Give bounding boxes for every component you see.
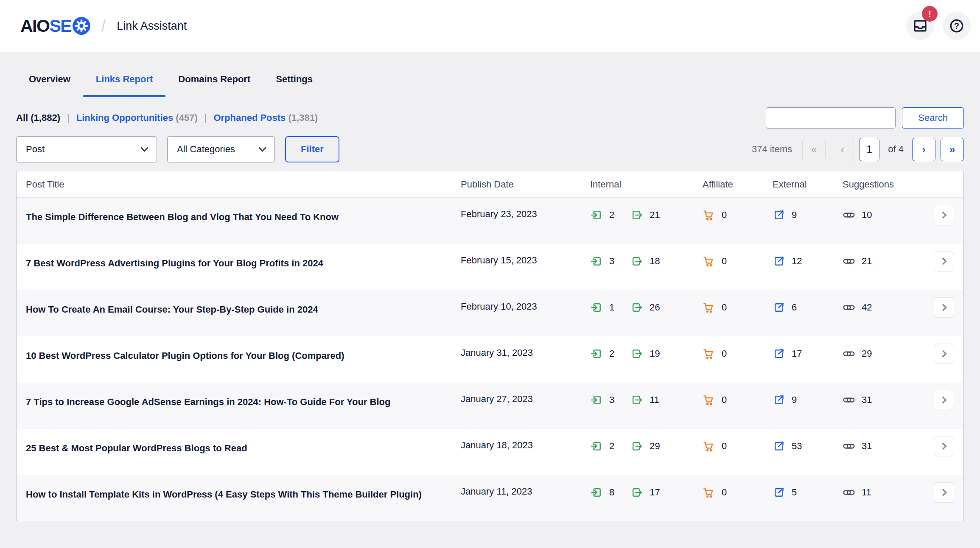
outbound-count: 11 <box>650 394 659 405</box>
suggestions: 29 <box>843 347 872 360</box>
suggestions: 42 <box>843 301 872 314</box>
tab-domains-report[interactable]: Domains Report <box>165 62 263 96</box>
pagination-page-input[interactable] <box>859 138 879 161</box>
chevron-right-icon <box>940 350 947 358</box>
internal-links-cell: 2 21 <box>590 209 703 221</box>
post-type-select[interactable]: Post <box>16 136 157 162</box>
publish-date: February 23, 2023 <box>461 209 590 220</box>
external-links-cell: 12 <box>773 255 843 270</box>
pagination-last-button[interactable]: » <box>941 138 964 161</box>
inbound-link-icon <box>590 440 603 453</box>
pagination-prev-button[interactable]: ‹ <box>831 138 854 161</box>
external-count: 17 <box>792 348 802 359</box>
publish-date: January 31, 2023 <box>461 347 590 358</box>
post-title-link[interactable]: 7 Tips to Increase Google AdSense Earnin… <box>26 394 461 411</box>
chevron-right-icon <box>940 443 947 450</box>
row-details-button[interactable] <box>934 390 954 410</box>
inbound-internal-links: 2 <box>590 347 614 360</box>
chevron-right-icon <box>940 489 947 496</box>
suggestions-cell: 21 <box>843 255 934 270</box>
external-count: 9 <box>792 210 797 221</box>
suggestions: 31 <box>843 440 872 453</box>
notifications-button[interactable]: ! <box>906 12 934 40</box>
link-icon <box>843 440 855 453</box>
external-links-cell: 6 <box>773 301 843 316</box>
post-title-link[interactable]: The Simple Difference Between Blog and V… <box>26 209 461 226</box>
row-action-cell <box>934 436 954 456</box>
items-count: 374 items <box>752 144 792 155</box>
inbound-internal-links: 2 <box>590 440 614 453</box>
suggestions: 11 <box>843 486 871 499</box>
help-button[interactable]: ? <box>943 12 971 40</box>
row-details-button[interactable] <box>934 205 954 225</box>
filter-button[interactable]: Filter <box>285 136 339 162</box>
tab-links-report[interactable]: Links Report <box>83 62 165 96</box>
inbound-count: 3 <box>609 256 614 267</box>
suggestions: 31 <box>843 394 872 406</box>
post-title-link[interactable]: 7 Best WordPress Advertising Plugins for… <box>26 255 461 272</box>
cart-icon <box>703 209 715 221</box>
inbound-internal-links: 8 <box>590 486 614 499</box>
inbound-count: 8 <box>609 487 614 498</box>
cart-icon <box>703 440 715 453</box>
external-links: 53 <box>773 440 802 453</box>
external-links-cell: 5 <box>773 486 843 501</box>
publish-date: January 27, 2023 <box>461 394 590 405</box>
affiliate-count: 0 <box>722 441 727 452</box>
row-details-button[interactable] <box>934 436 954 456</box>
cart-icon <box>703 347 715 360</box>
logo-text-se: SE <box>49 16 71 36</box>
external-link-icon <box>773 209 785 221</box>
row-action-cell <box>934 482 954 503</box>
row-action-cell <box>934 297 954 318</box>
internal-links-cell: 2 29 <box>590 440 703 453</box>
affiliate-count: 0 <box>722 302 727 313</box>
pagination-first-button[interactable]: « <box>802 138 826 161</box>
filter-linking-opportunities-link[interactable]: Linking Opportunities (457) <box>76 112 198 123</box>
row-details-button[interactable] <box>934 482 954 503</box>
filter-all-link[interactable]: All (1,882) <box>16 112 60 123</box>
column-header-affiliate: Affiliate <box>703 179 773 190</box>
outbound-internal-links: 26 <box>630 301 660 314</box>
chevron-down-icon <box>258 144 266 151</box>
category-select[interactable]: All Categories <box>167 136 275 162</box>
row-action-cell <box>934 205 954 225</box>
column-header-external: External <box>773 179 843 190</box>
row-details-button[interactable] <box>934 251 954 271</box>
suggestions-cell: 29 <box>843 347 934 363</box>
post-title-link[interactable]: 25 Best & Most Popular WordPress Blogs t… <box>26 440 461 457</box>
inbound-count: 2 <box>609 348 614 359</box>
row-details-button[interactable] <box>934 344 954 364</box>
external-link-icon <box>773 301 785 314</box>
tab-settings[interactable]: Settings <box>263 62 325 96</box>
outbound-count: 26 <box>650 302 660 313</box>
post-title-link[interactable]: How To Create An Email Course: Your Step… <box>26 301 461 318</box>
chevron-right-icon <box>940 212 947 219</box>
cart-icon <box>703 394 715 406</box>
suggestions-cell: 31 <box>843 394 934 409</box>
notification-badge: ! <box>922 6 938 22</box>
logo-text-aio: AIO <box>20 16 49 36</box>
filter-orphaned-posts-link[interactable]: Orphaned Posts (1,381) <box>213 112 318 123</box>
external-link-icon <box>773 347 785 360</box>
link-icon <box>843 347 855 360</box>
row-action-cell <box>934 251 954 271</box>
affiliate-links: 0 <box>703 301 727 314</box>
post-title-link[interactable]: How to Install Template Kits in WordPres… <box>26 486 461 503</box>
suggestions-count: 31 <box>862 394 872 405</box>
table-header: Post Title Publish Date Internal Affilia… <box>17 171 963 198</box>
pagination: 374 items « ‹ of 4 › » <box>752 138 964 161</box>
aioseo-logo: AIOSE <box>20 16 90 36</box>
affiliate-count: 0 <box>722 348 727 359</box>
post-title-link[interactable]: 10 Best WordPress Calculator Plugin Opti… <box>26 347 461 364</box>
tab-overview[interactable]: Overview <box>16 62 83 96</box>
row-details-button[interactable] <box>934 297 954 318</box>
pagination-next-button[interactable]: › <box>912 138 935 161</box>
outbound-internal-links: 29 <box>630 440 660 453</box>
outbound-internal-links: 21 <box>630 209 660 221</box>
row-action-cell <box>934 344 954 364</box>
search-button[interactable]: Search <box>902 107 964 129</box>
controls-row: Post All Categories Filter 374 items « ‹… <box>16 136 964 162</box>
column-header-publish-date: Publish Date <box>461 179 590 190</box>
search-input[interactable] <box>766 107 896 129</box>
